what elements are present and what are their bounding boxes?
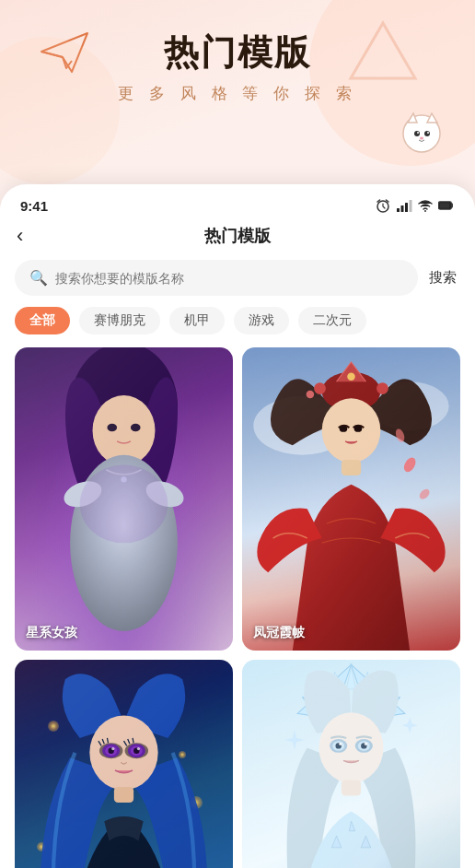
search-button[interactable]: 搜索 [425, 269, 460, 287]
phone-frame: 9:41 [0, 184, 475, 868]
svg-point-8 [420, 137, 423, 140]
card-4-shimmer [242, 660, 460, 868]
tab-all[interactable]: 全部 [15, 307, 70, 334]
svg-rect-13 [410, 200, 412, 212]
svg-rect-11 [401, 205, 404, 212]
paper-plane-icon [37, 26, 92, 76]
battery-icon [438, 197, 455, 214]
svg-marker-2 [408, 113, 417, 123]
tab-cyberpunk[interactable]: 赛博朋克 [79, 307, 160, 334]
status-time: 9:41 [20, 198, 48, 214]
signal-icon [396, 197, 412, 214]
header-sub-title: 更 多 风 格 等 你 探 索 [118, 83, 356, 104]
top-decoration: 热门模版 更 多 风 格 等 你 探 索 [0, 0, 475, 184]
search-input[interactable] [55, 271, 403, 286]
svg-rect-12 [405, 203, 408, 212]
tab-mecha[interactable]: 机甲 [169, 307, 225, 334]
alarm-icon [375, 197, 391, 214]
header-main-title: 热门模版 [164, 29, 311, 76]
tab-game[interactable]: 游戏 [234, 307, 289, 334]
svg-point-4 [414, 131, 420, 136]
card-3-shimmer [15, 660, 233, 868]
category-tabs: 全部 赛博朋克 机甲 游戏 二次元 [0, 307, 475, 347]
search-icon: 🔍 [29, 269, 48, 287]
back-button[interactable]: ‹ [17, 224, 23, 248]
wifi-icon [417, 197, 434, 214]
svg-rect-10 [397, 208, 400, 212]
search-input-wrap: 🔍 [15, 260, 418, 296]
card-1-shimmer [15, 347, 233, 651]
template-card-1[interactable]: 星系女孩 [15, 347, 233, 651]
nav-title: 热门模版 [204, 225, 271, 247]
triangle-decoration [346, 18, 420, 83]
svg-marker-0 [351, 23, 415, 78]
tab-anime[interactable]: 二次元 [298, 307, 366, 334]
status-bar: 9:41 [0, 184, 475, 221]
search-container: 🔍 搜索 [15, 260, 460, 296]
cat-decoration [397, 106, 447, 157]
template-card-2[interactable]: 凤冠霞帔 [242, 347, 460, 651]
template-card-3[interactable]: 幻境少女 [15, 660, 233, 868]
svg-point-5 [424, 131, 430, 136]
status-icons [375, 197, 455, 214]
svg-point-6 [417, 132, 419, 134]
nav-bar: ‹ 热门模版 [0, 221, 475, 256]
card-1-label: 星系女孩 [26, 625, 77, 641]
svg-point-7 [427, 132, 429, 134]
template-card-4[interactable]: 冰晶女王 [242, 660, 460, 868]
card-2-label: 凤冠霞帔 [253, 625, 305, 641]
svg-rect-16 [440, 203, 450, 208]
template-grid: 星系女孩 [0, 347, 475, 868]
card-2-shimmer [242, 347, 460, 651]
svg-point-14 [424, 210, 426, 212]
